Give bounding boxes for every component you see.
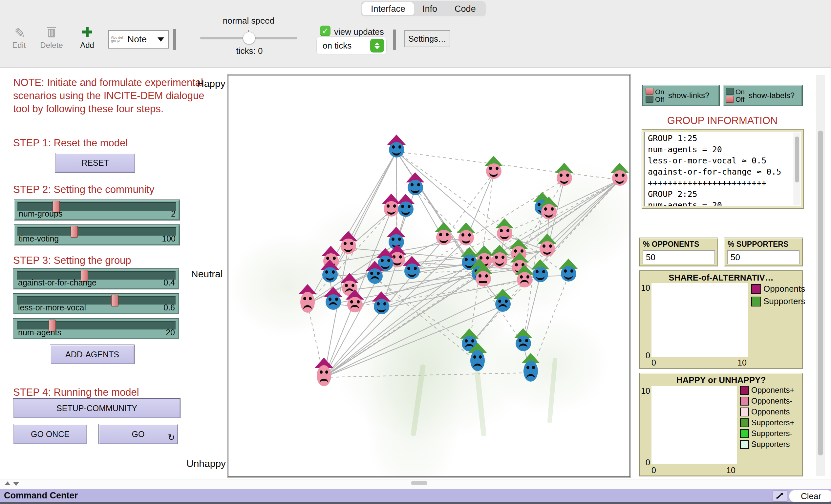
note-abc-icon: Abc defghi jkl bbox=[111, 36, 127, 43]
agent-face-icon bbox=[523, 361, 538, 382]
tab-interface[interactable]: Interface bbox=[362, 2, 414, 16]
slider-value: 20 bbox=[166, 328, 175, 337]
slider-value: 0.4 bbox=[164, 278, 175, 288]
agent-face-icon bbox=[486, 164, 502, 179]
clear-button[interactable]: Clear bbox=[789, 490, 831, 502]
num-groups-slider[interactable]: num-groups 2 bbox=[14, 200, 180, 220]
agent bbox=[457, 223, 475, 245]
go-label: GO bbox=[132, 429, 145, 439]
switch-label: show-links? bbox=[668, 91, 709, 100]
plot-area bbox=[652, 386, 737, 464]
group-information-title: GROUP INFORMATION bbox=[641, 115, 803, 127]
go-button[interactable]: GO ↻ bbox=[98, 424, 178, 444]
agent bbox=[468, 343, 487, 371]
agent-face-icon bbox=[317, 365, 331, 386]
legend-swatch bbox=[751, 284, 761, 294]
agent-face-icon bbox=[374, 299, 389, 314]
output-scrollbar[interactable] bbox=[794, 132, 800, 205]
switch-knobs[interactable] bbox=[646, 88, 654, 103]
agent bbox=[494, 289, 512, 312]
agent-face-icon bbox=[325, 294, 341, 310]
slider-thumb[interactable] bbox=[111, 295, 118, 306]
opponents-monitor: % OPPONENTS 50 bbox=[639, 238, 718, 266]
agent bbox=[540, 197, 558, 219]
settings-button[interactable]: Settings… bbox=[404, 30, 450, 47]
reset-button[interactable]: RESET bbox=[55, 153, 135, 173]
x-min-label: 0 bbox=[652, 358, 656, 367]
x-max-label: 10 bbox=[726, 466, 736, 475]
y-max-label: 10 bbox=[640, 283, 650, 293]
agent-face-icon bbox=[497, 226, 512, 241]
edit-pencil-icon: ✎ bbox=[15, 26, 26, 41]
view-updates-checkbox[interactable]: ✓ bbox=[320, 26, 331, 36]
agent-face-icon bbox=[470, 350, 485, 371]
legend-entry: Supporters bbox=[740, 440, 794, 449]
step3-heading: STEP 3: Setting the group bbox=[13, 255, 131, 266]
agent bbox=[514, 328, 532, 351]
splitter-up-arrow-icon[interactable] bbox=[5, 481, 10, 485]
tab-code[interactable]: Code bbox=[446, 2, 484, 16]
output-text: GROUP 1:25 num-agents = 20 less-or-more-… bbox=[644, 132, 801, 206]
slider-thumb[interactable] bbox=[70, 226, 78, 238]
window-vertical-scrollbar[interactable] bbox=[816, 75, 825, 476]
agent-face-icon bbox=[341, 239, 356, 254]
plot-legend: Opponents+Opponents-OpponentsSupporters+… bbox=[740, 386, 794, 449]
edit-button[interactable]: Edit bbox=[6, 41, 32, 50]
switch-knobs[interactable] bbox=[726, 88, 734, 103]
toolbar: Interface Info Code ✎ Edit Delete Add Ab… bbox=[0, 0, 831, 68]
against-or-for-change-slider[interactable]: against-or-for-change 0.4 bbox=[13, 268, 179, 289]
go-once-button[interactable]: GO ONCE bbox=[13, 424, 87, 444]
widget-type-dropdown[interactable]: Abc defghi jkl Note bbox=[108, 30, 169, 49]
legend-swatch bbox=[740, 397, 749, 406]
stepper-arrows-icon bbox=[370, 39, 384, 53]
agent bbox=[490, 245, 509, 268]
plot-title: HAPPY or UNHAPPY? bbox=[640, 375, 802, 385]
add-agents-button[interactable]: ADD-AGENTS bbox=[50, 345, 135, 364]
slider-label: time-voting bbox=[19, 234, 59, 243]
legend-swatch bbox=[751, 297, 761, 306]
time-voting-slider[interactable]: time-voting 100 bbox=[14, 225, 180, 245]
slider-label: num-agents bbox=[18, 328, 61, 337]
world-view[interactable] bbox=[228, 75, 630, 477]
legend-swatch bbox=[740, 429, 749, 438]
forever-icon: ↻ bbox=[168, 433, 175, 443]
command-center-title: Command Center bbox=[4, 491, 78, 501]
show-links-switch[interactable]: OnOff show-links? bbox=[642, 85, 720, 106]
slider-label: against-or-for-change bbox=[18, 278, 96, 288]
show-labels-switch[interactable]: OnOff show-labels? bbox=[723, 85, 803, 106]
tab-info[interactable]: Info bbox=[414, 2, 446, 16]
agent-face-icon bbox=[476, 271, 491, 287]
agent-face-icon bbox=[517, 272, 532, 288]
less-or-more-vocal-slider[interactable]: less-or-more-vocal 0.6 bbox=[13, 293, 179, 314]
agent-face-icon bbox=[436, 230, 452, 245]
command-center-bar: Command Center bbox=[0, 489, 831, 502]
tab-bar: Interface Info Code bbox=[361, 1, 486, 17]
update-mode-dropdown[interactable]: on ticks bbox=[317, 37, 386, 55]
speed-slider-thumb[interactable] bbox=[243, 32, 255, 44]
agent-face-icon bbox=[492, 252, 507, 268]
expand-command-center-button[interactable] bbox=[773, 491, 787, 502]
toolbar-separator bbox=[173, 29, 176, 50]
horizontal-scrollbar-thumb[interactable] bbox=[411, 481, 427, 485]
monitor-value: 50 bbox=[646, 252, 655, 263]
on-off-labels: OnOff bbox=[655, 88, 664, 103]
agent bbox=[495, 218, 514, 241]
slider-value: 0.6 bbox=[164, 303, 175, 313]
agent bbox=[559, 259, 578, 281]
num-agents-slider[interactable]: num-agents 20 bbox=[13, 318, 179, 339]
splitter-down-arrow-icon[interactable] bbox=[13, 482, 19, 486]
y-min-label: 0 bbox=[640, 458, 650, 467]
agent bbox=[406, 172, 424, 195]
agent-face-icon bbox=[404, 264, 420, 279]
agent bbox=[521, 353, 540, 382]
widget-type-value: Note bbox=[127, 34, 147, 45]
slider-value: 2 bbox=[171, 209, 176, 218]
model-note: NOTE: Initiate and formulate experimenta… bbox=[13, 76, 205, 116]
supporters-monitor: % SUPPORTERS 50 bbox=[724, 238, 803, 266]
agent bbox=[484, 156, 503, 179]
legend-swatch bbox=[740, 408, 749, 416]
add-button[interactable]: Add bbox=[75, 41, 99, 50]
setup-community-button[interactable]: SETUP-COMMUNITY bbox=[13, 398, 180, 418]
delete-button[interactable]: Delete bbox=[37, 41, 66, 50]
on-off-labels: OnOff bbox=[736, 88, 745, 103]
